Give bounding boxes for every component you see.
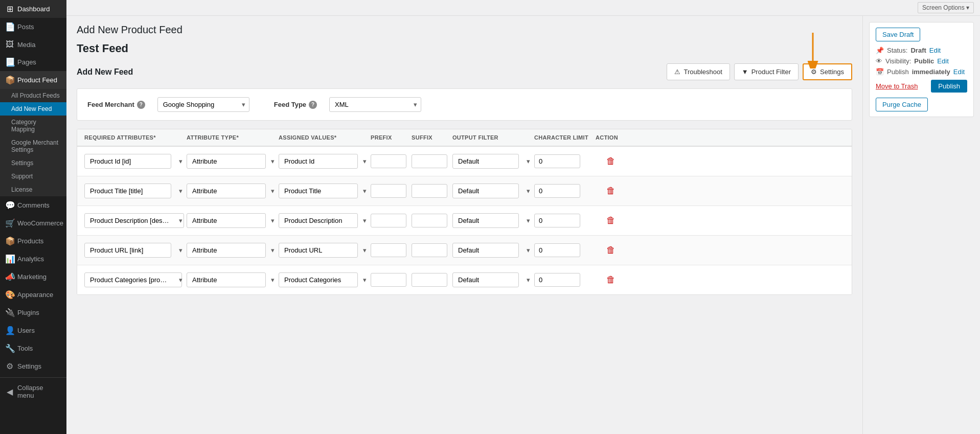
row3-output-filter-select[interactable]: Default: [452, 213, 519, 228]
row3-delete-button[interactable]: 🗑: [596, 214, 626, 227]
row4-suffix-input[interactable]: [412, 243, 447, 257]
gear-icon: ⚙: [811, 68, 817, 76]
sidebar-item-posts[interactable]: 📄 Posts: [0, 18, 66, 36]
row4-prefix-input[interactable]: [371, 243, 406, 257]
row2-assigned-val-select[interactable]: Product Title: [279, 184, 358, 198]
row3-assigned-val-select[interactable]: Product Description: [279, 213, 358, 228]
row1-suffix-input[interactable]: [412, 154, 447, 168]
publish-button[interactable]: Publish: [931, 80, 967, 93]
row2-delete-button[interactable]: 🗑: [596, 184, 626, 198]
appearance-icon: 🎨: [5, 290, 14, 300]
row2-prefix-input[interactable]: [371, 184, 406, 198]
row1-req-attr-wrapper: Product Id [id] ▾: [84, 154, 187, 169]
feed-type-help[interactable]: ?: [309, 101, 317, 109]
row2-output-filter-select[interactable]: Default: [452, 184, 519, 198]
product-feed-submenu: All Product Feeds Add New Feed Category …: [0, 89, 66, 196]
screen-options-button[interactable]: Screen Options ▾: [918, 2, 974, 13]
row2-attr-type-select[interactable]: Attribute: [187, 184, 266, 198]
row1-output-filter-select[interactable]: Default: [452, 154, 519, 169]
row3-attr-type-chevron: ▾: [271, 217, 275, 224]
save-draft-button[interactable]: Save Draft: [876, 28, 920, 41]
feed-type-select[interactable]: XML: [329, 97, 421, 112]
sidebar-item-settings[interactable]: ⚙ Settings: [0, 357, 66, 375]
row3-required-attr-select[interactable]: Product Description [des…: [84, 213, 184, 228]
row2-suffix-input[interactable]: [412, 184, 447, 198]
table-row: Product Categories [pro… ▾ Attribute ▾: [77, 265, 852, 294]
row5-suffix-input[interactable]: [412, 273, 447, 287]
sidebar-item-comments[interactable]: 💬 Comments: [0, 196, 66, 214]
row5-char-limit-input[interactable]: [534, 273, 580, 287]
feed-merchant-select[interactable]: Google Shopping: [157, 97, 249, 112]
row4-output-filter-select[interactable]: Default: [452, 243, 519, 258]
sidebar-item-all-feeds[interactable]: All Product Feeds: [0, 89, 66, 102]
feed-merchant-help[interactable]: ?: [137, 101, 145, 109]
row4-delete-button[interactable]: 🗑: [596, 243, 626, 257]
sidebar-item-license[interactable]: License: [0, 183, 66, 196]
row2-assigned-val-chevron: ▾: [363, 187, 367, 195]
row5-required-attr-select[interactable]: Product Categories [pro…: [84, 272, 182, 287]
row5-output-filter-select[interactable]: Default: [452, 272, 519, 287]
row2-required-attr-select[interactable]: Product Title [title]: [84, 184, 171, 198]
marketing-icon: 📣: [5, 272, 14, 282]
dashboard-icon: ⊞: [5, 4, 14, 14]
row5-delete-button[interactable]: 🗑: [596, 273, 626, 287]
row2-output-filter-chevron: ▾: [527, 187, 530, 195]
row3-attr-type-select[interactable]: Attribute: [187, 213, 266, 228]
row3-char-limit-input[interactable]: [534, 214, 580, 227]
row1-char-limit-input[interactable]: [534, 154, 580, 168]
row1-attr-type-wrapper: Attribute ▾: [187, 154, 279, 169]
row1-attr-type-select[interactable]: Attribute: [187, 154, 266, 169]
sidebar-item-settings-sub[interactable]: Settings: [0, 156, 66, 170]
visibility-edit-link[interactable]: Edit: [937, 57, 948, 65]
row1-delete-button[interactable]: 🗑: [596, 154, 626, 168]
row5-attr-type-wrapper: Attribute ▾: [187, 272, 279, 287]
sidebar-item-google-merchant[interactable]: Google Merchant Settings: [0, 136, 66, 156]
sidebar-item-users[interactable]: 👤 Users: [0, 322, 66, 339]
product-filter-tab[interactable]: ▼ Product Filter: [734, 63, 799, 80]
col-header-action: ACTION: [596, 134, 626, 141]
filter-icon: ▼: [742, 68, 748, 76]
row4-required-attr-select[interactable]: Product URL [link]: [84, 243, 171, 258]
status-edit-link[interactable]: Edit: [929, 47, 941, 54]
calendar-icon: 📅: [876, 68, 884, 76]
sidebar-item-products[interactable]: 📦 Products: [0, 232, 66, 250]
sidebar-item-dashboard[interactable]: ⊞ Dashboard: [0, 0, 66, 18]
row4-assigned-val-select[interactable]: Product URL: [279, 243, 358, 258]
row2-char-limit-input[interactable]: [534, 184, 580, 198]
sidebar-item-add-new[interactable]: Add New Feed: [0, 102, 66, 116]
publish-edit-link[interactable]: Edit: [953, 68, 965, 76]
sidebar-item-support[interactable]: Support: [0, 170, 66, 183]
attributes-table: REQUIRED ATTRIBUTES* ATTRIBUTE TYPE* ASS…: [77, 129, 852, 295]
row3-req-attr-wrapper: Product Description [des… ▾: [84, 213, 187, 228]
sidebar-item-woocommerce[interactable]: 🛒 WooCommerce: [0, 214, 66, 232]
sidebar-item-plugins[interactable]: 🔌 Plugins: [0, 304, 66, 322]
row4-char-limit-input[interactable]: [534, 243, 580, 257]
row5-prefix-input[interactable]: [371, 273, 406, 287]
row5-attr-type-chevron: ▾: [271, 276, 275, 284]
sidebar-item-tools[interactable]: 🔧 Tools: [0, 339, 66, 357]
row5-assigned-val-select[interactable]: Product Categories: [279, 272, 358, 287]
sidebar-item-pages[interactable]: 📃 Pages: [0, 53, 66, 71]
row1-assigned-val-select[interactable]: Product Id: [279, 154, 358, 169]
sidebar-item-analytics[interactable]: 📊 Analytics: [0, 250, 66, 268]
troubleshoot-tab[interactable]: ⚠ Troubleshoot: [667, 63, 730, 80]
row1-required-attr-select[interactable]: Product Id [id]: [84, 154, 171, 169]
row1-assigned-val-wrapper: Product Id ▾: [279, 154, 371, 169]
row4-attr-type-select[interactable]: Attribute: [187, 243, 266, 258]
sidebar-item-product-feed[interactable]: 📦 Product Feed: [0, 71, 66, 89]
row3-suffix-input[interactable]: [412, 214, 447, 227]
row1-prefix-input[interactable]: [371, 154, 406, 168]
table-row: Product Title [title] ▾ Attribute ▾: [77, 176, 852, 206]
sidebar-item-marketing[interactable]: 📣 Marketing: [0, 268, 66, 286]
sidebar-item-collapse[interactable]: ◀ Collapse menu: [0, 380, 66, 403]
sidebar-item-category-mapping[interactable]: Category Mapping: [0, 116, 66, 136]
page-title: Add New Product Feed: [77, 24, 852, 36]
sidebar-item-appearance[interactable]: 🎨 Appearance: [0, 286, 66, 304]
row2-output-filter-wrapper: Default ▾: [452, 184, 534, 198]
purge-cache-button[interactable]: Purge Cache: [876, 98, 928, 111]
move-to-trash-link[interactable]: Move to Trash: [876, 82, 918, 90]
feed-merchant-select-wrapper: Google Shopping ▾: [157, 97, 249, 112]
sidebar-item-media[interactable]: 🖼 Media: [0, 36, 66, 53]
row3-prefix-input[interactable]: [371, 214, 406, 227]
row5-attr-type-select[interactable]: Attribute: [187, 272, 266, 287]
